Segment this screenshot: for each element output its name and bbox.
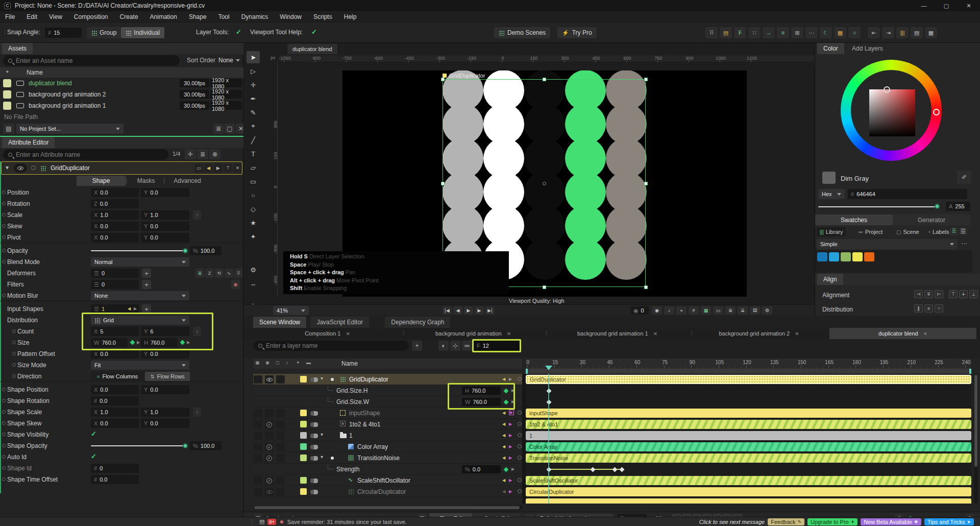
minimize-button[interactable]: — <box>913 0 935 11</box>
layer-switch[interactable] <box>310 377 318 382</box>
tab-assets[interactable]: Assets <box>2 43 33 54</box>
value-field[interactable]: X0.0 <box>91 349 139 358</box>
menu-window[interactable]: Window <box>280 13 302 20</box>
toggle-slot[interactable] <box>254 443 262 451</box>
keyframe-dot[interactable] <box>2 213 6 217</box>
target-circle-icon[interactable] <box>518 422 522 426</box>
hue-handle[interactable] <box>933 109 940 115</box>
zoom-dropdown[interactable]: 41% <box>273 306 309 315</box>
count-field[interactable]: ☰0 <box>91 269 139 278</box>
layer-row-1[interactable]: ▾1◀▶ <box>253 430 522 441</box>
alpha-slider-knob[interactable] <box>935 204 940 209</box>
snap-angle-field[interactable]: #15 <box>45 28 82 38</box>
layers-icon[interactable]: ≣ <box>725 306 736 315</box>
tab-color[interactable]: Color <box>817 43 844 54</box>
viewport-tab[interactable]: duplicator blend <box>287 44 337 54</box>
toggle-slot[interactable] <box>276 488 285 496</box>
toggle-slot[interactable] <box>276 432 285 440</box>
timeline-bar[interactable]: 1 <box>526 431 971 440</box>
target-circle-icon[interactable] <box>518 433 522 437</box>
keyframe-dot[interactable] <box>2 399 6 402</box>
playhead-line[interactable] <box>548 374 549 504</box>
sliders-icon[interactable]: ≔ <box>462 341 472 351</box>
menu-tool[interactable]: Tool <box>218 13 230 20</box>
layer-row-transitionnoise[interactable]: ✓▾TransitionNoise◀▶ <box>253 452 522 464</box>
settings-tool[interactable]: ⚙ <box>247 264 260 276</box>
layer-row-color-array[interactable]: ✓Color Array◀▶ <box>253 441 522 452</box>
display-icon[interactable]: ▭ <box>713 306 723 315</box>
slider-knob[interactable] <box>183 443 188 448</box>
status-button-upgrade-to-pro[interactable]: Upgrade to Pro✦ <box>807 518 857 525</box>
solo-dot[interactable] <box>331 378 334 381</box>
add-button[interactable]: + <box>142 280 151 289</box>
toggle-slot[interactable]: ✓ <box>265 443 274 451</box>
alpha-field[interactable]: A255 <box>946 202 970 211</box>
zoom-plus-icon[interactable]: ✛ <box>185 149 196 159</box>
value-field[interactable]: X1.0 <box>91 210 139 220</box>
h-scroll-thumb[interactable] <box>254 506 520 509</box>
sv-handle[interactable] <box>884 86 890 93</box>
layer-swatch[interactable] <box>300 443 307 450</box>
prev-arrow-icon[interactable]: ◀ <box>502 456 505 460</box>
toggle-slot[interactable] <box>254 454 262 462</box>
value-field[interactable]: X0.0 <box>91 419 139 428</box>
align-button[interactable]: ⊤ <box>949 290 958 298</box>
filter-icon[interactable]: ≣ <box>197 149 208 159</box>
attr-value-field[interactable]: %0.0 <box>462 465 501 473</box>
expand-chevron-icon[interactable]: ▾ <box>321 454 323 460</box>
value-field[interactable]: Z0.0 <box>91 199 139 208</box>
work-area-strip[interactable] <box>526 369 971 374</box>
layer-switch[interactable] <box>310 479 318 483</box>
attr-tab-advanced[interactable]: Advanced <box>166 176 208 186</box>
align-button[interactable]: ⊥ <box>969 290 978 298</box>
solo-toggle[interactable] <box>31 165 36 170</box>
value-field[interactable]: #0 <box>91 464 139 473</box>
attribute-search-input[interactable] <box>16 151 163 158</box>
project-set-icon[interactable]: ▤ <box>3 124 14 134</box>
align-button[interactable]: ∔ <box>959 290 968 298</box>
timeline-bar[interactable]: CircularDuplicator <box>526 487 971 496</box>
toggle-slot[interactable] <box>265 409 274 417</box>
ellipse-tool[interactable]: ○ <box>247 189 260 201</box>
next-arrow-icon[interactable]: ▶ <box>509 489 512 494</box>
panel-layout-icon[interactable]: ▤ <box>720 27 732 38</box>
timeline-bar[interactable]: ScaleShiftOscillator <box>526 476 971 485</box>
play-button[interactable]: ▶ <box>464 306 473 315</box>
prev-arrow-icon[interactable]: ◀ <box>502 444 505 449</box>
status-button-new-beta-available[interactable]: New Beta Available❖ <box>861 518 921 525</box>
checkbox-auto-id[interactable]: ✓ <box>91 452 96 460</box>
keyframe-filter-icon[interactable]: ◐ <box>438 341 449 351</box>
source-library[interactable]: |||Library <box>817 227 846 236</box>
line-tool[interactable]: ╱ <box>247 134 260 146</box>
value-field[interactable]: Y0.0 <box>141 222 189 231</box>
value-field[interactable]: X0.0 <box>91 385 139 394</box>
next-node-icon[interactable]: ▶ <box>214 163 223 173</box>
asset-row[interactable]: duplicator blend30.00fps1920 x 1080 <box>0 78 243 89</box>
connect-icon[interactable]: Z <box>205 269 214 278</box>
toggle-slot[interactable] <box>254 409 262 417</box>
layer-swatch[interactable] <box>300 488 307 495</box>
source-scene[interactable]: ▢Scene <box>893 227 922 236</box>
keyframe-dot[interactable] <box>12 363 16 367</box>
prev-arrow-icon[interactable]: ◀ <box>502 411 505 415</box>
project-set-dropdown[interactable]: No Project Set... <box>16 124 124 134</box>
close-tab-icon[interactable]: ✕ <box>923 331 927 337</box>
toggle-group[interactable]: Group <box>87 27 121 38</box>
align-button[interactable]: ∓ <box>924 290 933 298</box>
columns-icon[interactable]: ||| <box>896 27 909 38</box>
status-button-feedback[interactable]: Feedback✎ <box>768 518 804 525</box>
prev-arrow-icon[interactable]: ◀ <box>502 433 505 438</box>
menu-edit[interactable]: Edit <box>27 13 37 20</box>
target-tool[interactable]: ⌖ <box>247 120 260 132</box>
work-area-end[interactable] <box>969 369 971 374</box>
menu-create[interactable]: Create <box>120 13 138 20</box>
rows-icon[interactable]: ▤ <box>911 27 923 38</box>
lasso-icon[interactable]: ○ <box>848 27 861 38</box>
toggle-slot[interactable] <box>254 420 262 428</box>
sparkle-tool[interactable]: ✦ <box>247 230 260 243</box>
source-labels[interactable]: ◔Labels <box>924 227 952 236</box>
selection-handle[interactable] <box>543 285 546 289</box>
asset-row[interactable]: background grid animation 130.00fps1920 … <box>0 100 243 111</box>
add-button[interactable]: + <box>142 269 151 278</box>
next-arrow-icon[interactable]: ▶ <box>509 410 514 415</box>
